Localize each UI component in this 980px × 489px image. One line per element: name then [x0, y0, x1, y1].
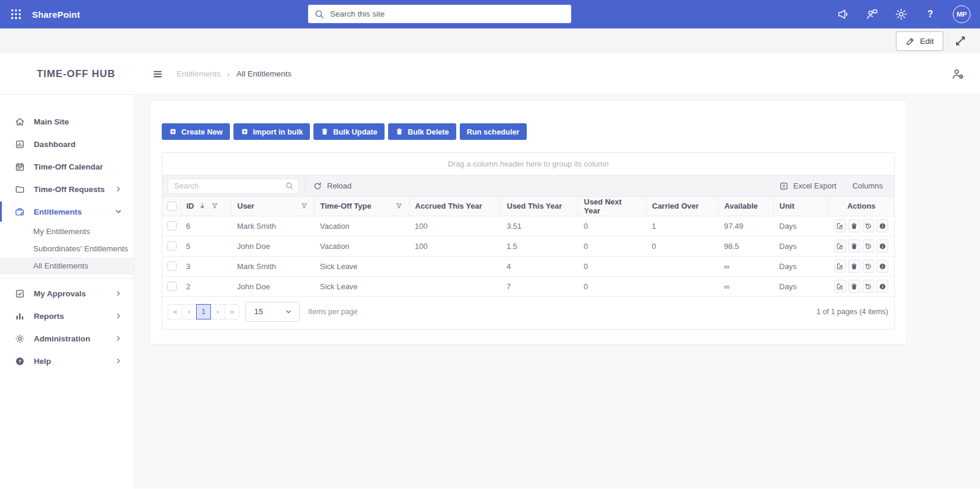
content-area: Create New Import in bulk Bulk Update Bu… — [134, 95, 980, 488]
search-icon — [314, 9, 325, 20]
last-page-button[interactable]: » — [225, 304, 239, 319]
page-size-select[interactable]: 15 — [245, 302, 300, 322]
cell-accrued: 100 — [409, 216, 501, 236]
cell-carried: 0 — [646, 236, 718, 256]
sidebar-item-time-off-calendar[interactable]: Time-Off Calendar — [0, 155, 134, 178]
history-row-button[interactable] — [863, 260, 875, 273]
sidebar-item-my-approvals[interactable]: My Approvals — [0, 282, 134, 305]
filter-icon[interactable] — [395, 202, 403, 210]
sidebar-subitem-my-entitlements[interactable]: My Entitlements — [0, 223, 134, 240]
column-header-used-this-year[interactable]: Used This Year — [501, 197, 578, 216]
row-checkbox[interactable] — [167, 221, 177, 231]
grid-search[interactable] — [168, 178, 299, 194]
info-row-button[interactable] — [876, 280, 888, 293]
page-button-1[interactable]: 1 — [196, 304, 211, 319]
info-row-button[interactable] — [876, 219, 888, 232]
site-search[interactable] — [308, 5, 571, 23]
next-page-button[interactable]: › — [210, 304, 225, 319]
items-per-page-label: Items per page — [308, 308, 357, 316]
sidebar-item-dashboard[interactable]: Dashboard — [0, 133, 134, 155]
edit-row-button[interactable] — [834, 280, 846, 293]
run-scheduler-button[interactable]: Run scheduler — [460, 123, 527, 140]
sidebar-item-time-off-requests[interactable]: Time-Off Requests — [0, 178, 134, 200]
delete-row-button[interactable] — [848, 260, 860, 273]
edit-row-button[interactable] — [834, 219, 846, 232]
column-header-used-next-year[interactable]: Used Next Year — [578, 197, 646, 216]
table-row: 3 Mark Smith Sick Leave 4 0 ∞ Days — [162, 256, 894, 276]
announcements-icon[interactable] — [837, 8, 850, 21]
delete-row-button[interactable] — [848, 280, 860, 293]
edit-icon — [836, 242, 844, 250]
sidebar-subitem-subordinates-entitlements[interactable]: Subordinates' Entitlements — [0, 240, 134, 257]
filter-icon[interactable] — [300, 202, 308, 210]
history-row-button[interactable] — [863, 239, 875, 253]
header-row: ID User — [162, 197, 894, 216]
cell-accrued — [409, 256, 501, 276]
cell-id: 2 — [180, 276, 231, 296]
app-launcher-icon[interactable] — [9, 8, 23, 21]
row-checkbox[interactable] — [167, 282, 177, 291]
filter-icon[interactable] — [211, 202, 219, 210]
sidebar: Main Site Dashboard Time-Off Calendar Ti… — [0, 95, 134, 488]
prev-page-button[interactable]: ‹ — [182, 304, 197, 319]
cell-type: Sick Leave — [314, 256, 409, 276]
first-page-button[interactable]: « — [168, 304, 182, 319]
sidebar-item-main-site[interactable]: Main Site — [0, 110, 134, 133]
sidebar-item-entitlements[interactable]: Entitlements — [0, 200, 134, 223]
history-row-button[interactable] — [863, 219, 875, 232]
history-row-button[interactable] — [863, 280, 875, 293]
chevron-right-icon — [115, 335, 122, 342]
row-checkbox[interactable] — [167, 241, 177, 251]
edit-row-button[interactable] — [834, 239, 846, 253]
cell-carried — [646, 276, 718, 296]
sidebar-subitem-all-entitlements[interactable]: All Entitlements — [0, 257, 134, 274]
edit-button[interactable]: Edit — [896, 31, 943, 51]
help-icon[interactable] — [924, 8, 937, 21]
row-checkbox[interactable] — [167, 261, 177, 271]
home-icon — [15, 117, 25, 127]
reload-button[interactable]: Reload — [313, 181, 351, 191]
sidebar-subitem-label: Subordinates' Entitlements — [33, 244, 128, 253]
column-header-accrued-this-year[interactable]: Accrued This Year — [409, 197, 501, 216]
delete-row-button[interactable] — [848, 219, 860, 232]
sidebar-item-administration[interactable]: Administration — [0, 327, 134, 350]
sharepoint-brand[interactable]: SharePoint — [32, 9, 80, 20]
sidebar-item-reports[interactable]: Reports — [0, 305, 134, 327]
avatar[interactable]: MP — [953, 5, 971, 23]
column-header-unit[interactable]: Unit — [773, 197, 828, 216]
sidebar-item-help[interactable]: Help — [0, 350, 134, 372]
dashboard-icon — [15, 139, 25, 149]
column-header-user[interactable]: User — [231, 197, 314, 216]
create-new-button[interactable]: Create New — [162, 123, 230, 140]
sidebar-item-label: Reports — [34, 312, 64, 321]
import-in-bulk-button[interactable]: Import in bulk — [233, 123, 310, 140]
bulk-delete-button[interactable]: Bulk Delete — [388, 123, 456, 140]
grid-search-input[interactable] — [174, 181, 285, 190]
reload-icon — [313, 181, 322, 191]
site-search-input[interactable] — [330, 9, 565, 18]
info-row-button[interactable] — [876, 239, 888, 253]
edit-row-button[interactable] — [834, 260, 846, 273]
column-header-carried-over[interactable]: Carried Over — [646, 197, 718, 216]
cell-user: John Doe — [231, 236, 314, 256]
column-header-id[interactable]: ID — [180, 197, 231, 216]
menu-toggle-icon[interactable] — [152, 68, 164, 80]
cell-id: 3 — [180, 256, 231, 276]
delete-row-button[interactable] — [848, 239, 860, 253]
app-logo[interactable]: TIME-OFF HUB — [0, 68, 134, 80]
group-panel[interactable]: Drag a column header here to group its c… — [162, 153, 894, 175]
excel-export-button[interactable]: Excel Export — [779, 181, 837, 191]
select-all-checkbox[interactable] — [167, 202, 177, 211]
user-settings-icon[interactable] — [952, 68, 965, 81]
fullscreen-icon[interactable] — [954, 34, 967, 47]
settings-icon[interactable] — [895, 8, 908, 21]
column-header-time-off-type[interactable]: Time-Off Type — [314, 197, 409, 216]
columns-button[interactable]: Columns — [853, 181, 883, 190]
breadcrumb-parent[interactable]: Entitlements — [177, 69, 220, 78]
chevron-down-icon — [285, 308, 292, 315]
info-row-button[interactable] — [876, 260, 888, 273]
feedback-icon[interactable] — [866, 8, 879, 21]
cell-user: Mark Smith — [231, 216, 314, 236]
bulk-update-button[interactable]: Bulk Update — [313, 123, 385, 140]
column-header-available[interactable]: Available — [718, 197, 773, 216]
